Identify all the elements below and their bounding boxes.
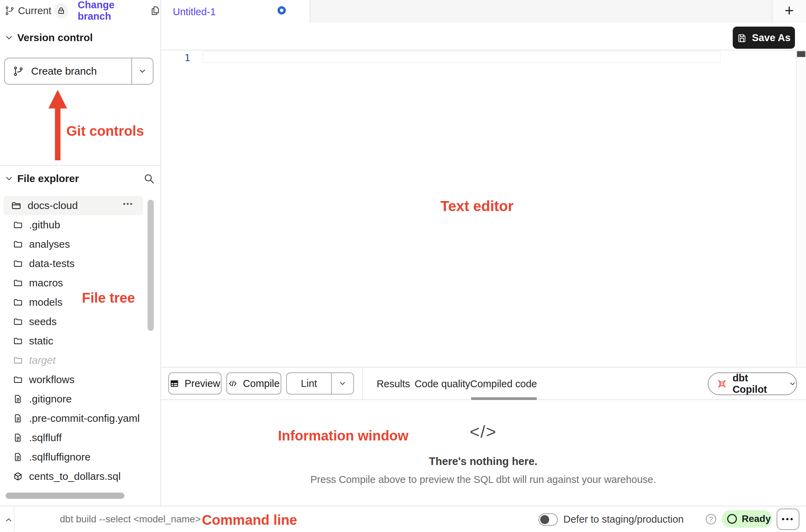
code-icon <box>228 379 237 388</box>
dbt-copilot-button[interactable]: dbt Copilot <box>708 372 797 395</box>
new-tab-button[interactable]: + <box>772 0 806 23</box>
sidebar-section-divider <box>0 165 161 166</box>
tree-item-label: docs-cloud <box>28 200 78 211</box>
defer-toggle[interactable] <box>538 513 558 526</box>
create-branch-split-button: Create branch <box>4 58 153 85</box>
save-as-button[interactable]: Save As <box>733 27 795 49</box>
preview-label: Preview <box>185 378 220 389</box>
create-branch-dropdown-button[interactable] <box>132 58 153 84</box>
tree-item-folder[interactable]: .github <box>0 215 145 235</box>
editor-scrollbar-thumb[interactable] <box>797 51 805 57</box>
chevron-down-icon <box>5 34 13 42</box>
file-tree-horizontal-scrollbar[interactable] <box>6 493 124 499</box>
tree-item-folder[interactable]: seeds <box>0 312 145 331</box>
chevron-down-icon <box>5 174 13 183</box>
cube-icon <box>13 472 23 481</box>
folder-icon <box>13 239 23 249</box>
tab-compiled-code[interactable]: Compiled code <box>470 378 537 390</box>
tree-item-folder-target[interactable]: target <box>0 351 145 370</box>
tree-item-file[interactable]: .pre-commit-config.yaml <box>0 409 145 428</box>
file-icon <box>13 414 23 423</box>
copy-icon[interactable] <box>150 4 160 17</box>
preview-button[interactable]: Preview <box>168 372 222 395</box>
chevron-up-icon[interactable] <box>4 515 13 524</box>
folder-icon <box>13 259 23 268</box>
ellipsis-menu-icon[interactable]: ••• <box>123 200 133 208</box>
tree-item-folder[interactable]: data-tests <box>0 254 145 273</box>
tree-item-label: workflows <box>29 374 75 386</box>
annotation-file-tree: File tree <box>82 290 135 306</box>
tab-results[interactable]: Results <box>377 378 410 390</box>
sidebar: Current Change branch Version control <box>0 0 161 506</box>
editor-scrollbar-track[interactable] <box>796 50 806 367</box>
tree-item-folder[interactable]: workflows <box>0 370 145 389</box>
tree-item-folder[interactable]: static <box>0 331 145 351</box>
folder-icon <box>13 375 23 384</box>
create-branch-button[interactable]: Create branch <box>5 58 132 84</box>
tree-item-label: .sqlfluffignore <box>29 451 91 463</box>
dbt-copilot-logo-icon <box>717 378 727 389</box>
lint-label: Lint <box>301 378 317 389</box>
lint-dropdown-button[interactable] <box>332 373 353 394</box>
branch-icon <box>5 5 15 16</box>
tree-item-folder[interactable]: analyses <box>0 235 145 254</box>
tree-item-file[interactable]: .gitignore <box>0 389 145 409</box>
ready-label: Ready <box>742 513 771 524</box>
tab-untitled-1[interactable]: Untitled-1 <box>161 0 310 23</box>
search-icon[interactable] <box>143 173 155 184</box>
tree-item-label: .gitignore <box>29 393 72 405</box>
folder-open-icon <box>11 200 21 211</box>
change-branch-link[interactable]: Change branch <box>78 0 141 22</box>
folder-icon <box>13 355 23 365</box>
empty-state-title: There's nothing here. <box>429 455 537 468</box>
panel-divider <box>362 367 363 400</box>
tree-item-label: target <box>29 354 56 366</box>
tab-label: Untitled-1 <box>173 6 216 18</box>
dbt-copilot-label: dbt Copilot <box>732 372 781 395</box>
git-bar: Current Change branch <box>0 0 160 21</box>
tree-item-label: static <box>29 335 53 347</box>
tree-item-root[interactable]: docs-cloud ••• <box>3 196 143 215</box>
command-line-input[interactable]: dbt build --select <model_name> <box>60 514 201 525</box>
lint-button[interactable]: Lint <box>287 373 332 394</box>
tab-code-quality[interactable]: Code quality <box>414 378 470 390</box>
unsaved-changes-dot <box>278 6 286 15</box>
editor-header <box>161 23 806 50</box>
tree-item-folder[interactable]: macros <box>0 273 145 293</box>
compile-button[interactable]: Compile <box>226 372 281 395</box>
tree-item-label: analyses <box>29 238 70 250</box>
dbt-cloud-ide: Current Change branch Version control <box>0 0 806 532</box>
information-window <box>161 400 806 506</box>
branch-icon <box>13 66 24 76</box>
tree-item-label: seeds <box>29 316 57 327</box>
folder-icon <box>13 220 23 230</box>
help-icon[interactable]: ? <box>706 514 716 524</box>
file-icon <box>13 433 23 443</box>
tree-item-label: .pre-commit-config.yaml <box>29 412 140 424</box>
file-tree-vertical-scrollbar[interactable] <box>148 200 154 331</box>
save-as-label: Save As <box>752 32 791 44</box>
code-empty-icon: </> <box>470 422 497 442</box>
tree-item-label: .sqlfluff <box>29 432 62 444</box>
more-options-button[interactable]: ••• <box>777 509 799 530</box>
chevron-down-icon <box>138 67 147 76</box>
tree-item-label: .github <box>29 219 60 231</box>
file-tree: docs-cloud ••• .github analyses data-tes… <box>0 196 145 486</box>
table-icon <box>170 379 179 388</box>
chevron-down-icon <box>789 380 796 388</box>
folder-icon <box>13 278 23 288</box>
annotation-git-controls: Git controls <box>66 123 144 139</box>
current-branch-label: Current <box>18 5 51 17</box>
tree-item-model[interactable]: cents_to_dollars.sql <box>0 467 145 486</box>
file-explorer-header[interactable]: File explorer <box>5 173 156 184</box>
folder-icon <box>13 297 23 307</box>
tree-item-label: macros <box>29 277 63 289</box>
folder-icon <box>13 317 23 326</box>
tree-item-label: cents_to_dollars.sql <box>29 471 121 482</box>
branch-locked-badge <box>54 3 68 19</box>
tree-item-file[interactable]: .sqlfluff <box>0 428 145 447</box>
lock-icon <box>57 7 65 15</box>
version-control-header[interactable]: Version control <box>5 32 93 44</box>
tree-item-file[interactable]: .sqlfluffignore <box>0 447 145 467</box>
editor-active-line[interactable] <box>203 51 721 63</box>
